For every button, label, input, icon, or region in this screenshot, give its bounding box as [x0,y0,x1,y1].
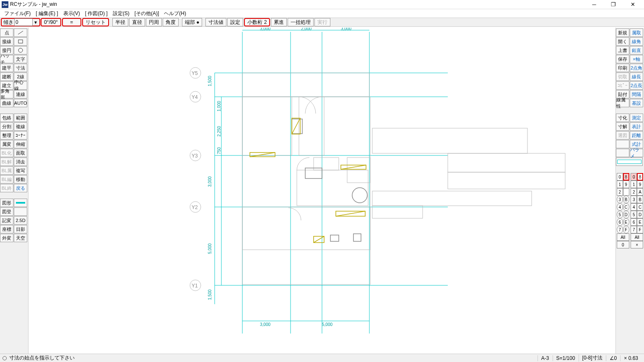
rtool-属取[interactable]: 属取 [630,28,643,37]
tool-日影[interactable]: 日影 [14,225,27,233]
tool-blank[interactable] [14,199,27,207]
tool-整理[interactable]: 整理 [0,131,13,140]
tool-ハッチ[interactable]: ハッチ [0,55,13,63]
rtool-新規[interactable]: 新規 [616,28,629,37]
close-button[interactable]: ✕ [623,0,642,9]
btn-endpoint[interactable]: 端部 ● [182,18,203,26]
tool-曲線[interactable]: 曲線 [0,99,13,107]
layer-3-5[interactable]: D [637,211,643,218]
tool-記変[interactable]: 記変 [0,216,13,225]
rtool-寸化[interactable]: 寸化 [616,114,629,122]
status-angle[interactable]: ∠0 [606,355,621,361]
layer-0-2[interactable]: 2 [617,188,623,196]
tool-戻る[interactable]: 戻る [14,184,27,192]
layer-2-0[interactable]: 0 [631,173,637,181]
maximize-button[interactable]: ❐ [604,0,623,9]
rtool-線角[interactable]: 線角 [630,37,643,46]
rtool-測定[interactable]: 測定 [630,114,643,122]
tool-接線[interactable]: 接線 [0,37,13,46]
tool-消去[interactable]: 消去 [14,158,27,166]
tool-面取[interactable]: 面取 [14,149,27,157]
btn-accum[interactable]: 累進 [271,18,287,26]
layer-2-5[interactable]: 5 [631,211,637,218]
tool-複線[interactable]: 複線 [14,122,27,131]
tool-連線[interactable]: 連線 [14,90,27,98]
menu-draw[interactable]: [ 作図(D) ] [83,9,110,18]
tool-図登[interactable]: 図登 [0,207,13,216]
layer-1-6[interactable]: E [623,218,629,226]
tool-外変[interactable]: 外変 [0,234,13,242]
layer-1-7[interactable]: F [623,226,629,233]
tool-図形[interactable]: 図形 [0,199,13,207]
tool-文字[interactable]: 文字 [14,55,27,63]
tool-伸縮[interactable]: 伸縮 [14,140,27,148]
tool-範囲[interactable]: 範囲 [14,114,27,122]
layer-0-1[interactable]: 1 [617,181,623,188]
layer-2-4[interactable]: 4 [631,203,637,211]
tool-AUTO[interactable]: AUTO [14,99,27,107]
tool-移動[interactable]: 移動 [14,175,27,184]
menu-help[interactable]: ヘルプ(H) [161,9,189,18]
tool-多角形[interactable]: 多角形 [0,90,13,98]
layer-1-1[interactable]: 9 [623,181,629,188]
layer-0-0[interactable]: 0 [617,173,623,181]
rtool-印刷[interactable]: 印刷 [616,64,629,72]
layer-2-1[interactable]: 1 [631,181,637,188]
layer-2-6[interactable]: 6 [631,218,637,226]
tool-座標[interactable]: 座標 [0,225,13,233]
rtool-距離[interactable]: 距離 [630,131,643,140]
menu-view[interactable]: 表示(V) [61,9,83,18]
layer-3-7[interactable]: F [637,226,643,233]
layer-all-left[interactable]: All [617,233,629,241]
status-zoom[interactable]: × 0.63 [620,355,641,361]
tool-2.5D[interactable]: 2.5D [14,216,27,225]
menu-settings[interactable]: 設定(S) [110,9,132,18]
rtool-×軸[interactable]: ×軸 [630,55,643,63]
layer-3-1[interactable]: 9 [637,181,643,188]
layer-1-3[interactable]: B [623,196,629,203]
layer-3-3[interactable]: B [637,196,643,203]
tool-包絡[interactable]: 包絡 [0,114,13,122]
layer-3-4[interactable]: C [637,203,643,211]
layer-all-right[interactable]: All [631,233,643,241]
tool-BL属[interactable]: BL属 [0,166,13,175]
btn-radius[interactable]: 半径 [112,18,128,26]
minimize-button[interactable]: ─ [584,0,604,9]
angle-input[interactable] [14,18,33,26]
tool-BL解[interactable]: BL解 [0,158,13,166]
rtool-鉛直[interactable]: 鉛直 [630,46,643,54]
tool-建平[interactable]: 建平 [0,64,13,72]
layer-x[interactable]: × [631,241,643,248]
layer-0-7[interactable]: 7 [617,226,623,233]
tool-blank[interactable] [14,207,27,216]
layer-1-5[interactable]: D [623,211,629,218]
btn-reset[interactable]: リセット [82,18,109,26]
rtool-2点角[interactable]: 2点角 [630,64,643,72]
btn-dimval[interactable]: 寸法値 [205,18,226,26]
rtool-間隔[interactable]: 間隔 [630,90,643,98]
btn-diameter[interactable]: 直径 [129,18,145,26]
tool-□[interactable] [14,37,27,46]
layer-0-3[interactable]: 3 [617,196,623,203]
rtool-線属性[interactable]: 線属性 [616,99,629,107]
tool-天空[interactable]: 天空 [14,234,27,242]
tool-BL編[interactable]: BL編 [0,175,13,184]
btn-setting[interactable]: 設定 [227,18,243,26]
tool-ｺｰﾅｰ[interactable]: ｺｰﾅｰ [14,131,27,140]
btn-batch[interactable]: 一括処理 [288,18,314,26]
rtool-表計[interactable]: 表計 [630,122,643,131]
layer-3-6[interactable]: E [637,218,643,226]
drawing-canvas[interactable]: Y5 Y4 Y3 Y2 Y1 3,000 2,000 3,000 3,000 5… [29,28,615,354]
layer-1-0[interactable]: 8 [623,173,629,181]
btn-exec[interactable]: 実行 [314,18,330,26]
layer-zero[interactable]: 0 [617,241,629,248]
tool-/[interactable] [14,28,27,37]
rtool-blank[interactable] [616,140,629,148]
tool-属変[interactable]: 属変 [0,140,13,148]
layer-3-2[interactable]: A [637,188,643,196]
rtool-開く[interactable]: 開く [616,37,629,46]
btn-090[interactable]: 0°/90° [41,18,61,26]
layer-1-2[interactable] [623,188,629,196]
layer-2-2[interactable]: 2 [631,188,637,196]
layer-3-0[interactable]: 8 [637,173,643,181]
